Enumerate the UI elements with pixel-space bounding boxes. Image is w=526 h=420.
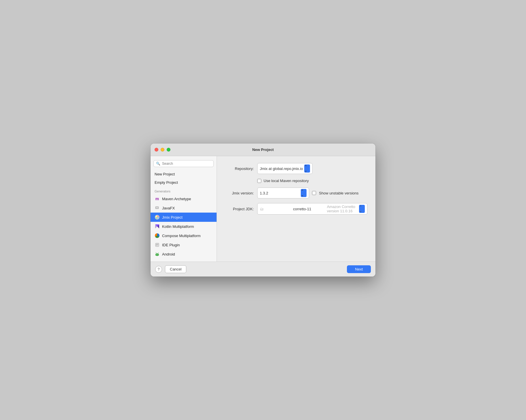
sidebar-item-empty-project-label: Empty Project — [155, 180, 178, 185]
svg-rect-10 — [156, 253, 159, 255]
window-title: New Project — [252, 147, 274, 152]
footer-left: ? Cancel — [155, 265, 186, 273]
repository-value: Jmix at global.repo.jmix.io — [260, 167, 303, 171]
sidebar-item-maven-archetype[interactable]: m Maven Archetype — [151, 194, 217, 203]
svg-rect-1 — [156, 207, 158, 208]
jmix-project-icon — [155, 215, 160, 220]
compose-icon — [155, 233, 160, 238]
sidebar-item-kotlin-label: Kotlin Multiplatform — [162, 224, 194, 229]
project-jdk-row: Project JDK: 🗂 corretto-11 Amazon Corret… — [225, 203, 367, 215]
maven-archetype-icon: m — [155, 196, 160, 201]
sidebar-item-jmix-label: Jmix Project — [162, 215, 183, 220]
svg-point-12 — [158, 254, 158, 255]
jdk-detail: Amazon Corretto version 11.0.16 — [327, 205, 358, 213]
project-jdk-label: Project JDK: — [225, 207, 254, 211]
repository-row: Repository: Jmix at global.repo.jmix.io … — [225, 163, 367, 174]
jmix-version-label: Jmix version: — [225, 191, 254, 195]
generators-section-label: Generators — [151, 187, 217, 194]
kotlin-icon — [155, 224, 160, 229]
sidebar-item-android[interactable]: Android — [151, 249, 217, 259]
jmix-version-value: 1.3.2 — [260, 191, 300, 195]
jmix-version-select[interactable]: 1.3.2 ⌃⌄ — [257, 188, 309, 198]
version-chevron-icon: ⌃⌄ — [301, 189, 307, 197]
sidebar-item-maven-label: Maven Archetype — [162, 197, 191, 201]
help-button[interactable]: ? — [155, 266, 162, 273]
minimize-button[interactable] — [161, 148, 164, 152]
sidebar-item-javafx[interactable]: JavaFX — [151, 203, 217, 213]
close-button[interactable] — [155, 148, 158, 152]
sidebar-item-compose-multiplatform[interactable]: Compose Multiplatform — [151, 231, 217, 240]
repository-dropdown-btn[interactable]: ⌃⌄ — [304, 164, 310, 173]
titlebar: New Project — [151, 143, 375, 156]
main-content: Repository: Jmix at global.repo.jmix.io … — [217, 156, 375, 262]
sidebar-item-ide-label: IDE Plugin — [162, 243, 180, 247]
show-unstable-checkbox[interactable] — [312, 191, 316, 195]
sidebar-item-new-project-label: New Project — [155, 172, 175, 176]
footer: ? Cancel Next — [151, 262, 375, 277]
svg-point-11 — [156, 254, 157, 255]
ide-plugin-icon — [155, 242, 160, 247]
repository-label: Repository: — [225, 167, 254, 171]
sidebar-item-compose-label: Compose Multiplatform — [162, 234, 201, 238]
sidebar-item-empty-project[interactable]: Empty Project — [151, 178, 217, 187]
maximize-button[interactable] — [167, 148, 170, 152]
svg-line-13 — [156, 253, 157, 253]
project-jdk-select[interactable]: 🗂 corretto-11 Amazon Corretto version 11… — [257, 203, 367, 215]
project-jdk-control-group: 🗂 corretto-11 Amazon Corretto version 11… — [257, 203, 367, 215]
svg-rect-6 — [156, 244, 158, 245]
jmix-version-control-group: 1.3.2 ⌃⌄ Show unstable versions — [257, 188, 367, 198]
use-local-maven-checkbox[interactable] — [257, 179, 261, 183]
search-icon: 🔍 — [156, 162, 160, 166]
search-box[interactable]: 🔍 — [153, 160, 214, 167]
next-button[interactable]: Next — [347, 265, 371, 273]
footer-right: Next — [347, 265, 371, 273]
jdk-folder-icon: 🗂 — [260, 207, 291, 211]
repository-control-group: Jmix at global.repo.jmix.io ⌃⌄ — [257, 163, 367, 174]
svg-rect-7 — [156, 245, 157, 245]
sidebar-item-kotlin-multiplatform[interactable]: Kotlin Multiplatform — [151, 222, 217, 231]
search-input[interactable] — [162, 162, 211, 166]
window-controls — [155, 148, 170, 152]
jmix-version-dropdown-btn[interactable]: ⌃⌄ — [301, 189, 307, 197]
use-local-maven-label: Use local Maven repository — [264, 179, 309, 183]
chevron-updown-icon: ⌃⌄ — [304, 165, 310, 172]
use-local-maven-row: Use local Maven repository — [225, 179, 367, 183]
cancel-button[interactable]: Cancel — [165, 265, 186, 273]
jdk-chevron-icon: ⌃⌄ — [359, 205, 365, 213]
svg-line-14 — [158, 253, 159, 253]
jmix-version-row: Jmix version: 1.3.2 ⌃⌄ Show unstable ver… — [225, 188, 367, 198]
window-body: 🔍 New Project Empty Project Generators m… — [151, 156, 375, 262]
sidebar-item-android-label: Android — [162, 252, 175, 256]
sidebar-item-javafx-label: JavaFX — [162, 206, 175, 210]
sidebar-item-jmix-project[interactable]: Jmix Project — [151, 213, 217, 222]
jdk-dropdown-btn[interactable]: ⌃⌄ — [359, 205, 365, 213]
new-project-window: New Project 🔍 New Project Empty Project … — [151, 143, 375, 277]
show-unstable-label: Show unstable versions — [319, 191, 358, 195]
repository-select[interactable]: Jmix at global.repo.jmix.io ⌃⌄ — [257, 163, 313, 174]
sidebar: 🔍 New Project Empty Project Generators m… — [151, 156, 217, 262]
javafx-icon — [155, 205, 160, 211]
android-icon — [155, 251, 160, 257]
jdk-value: corretto-11 — [293, 207, 324, 211]
sidebar-item-ide-plugin[interactable]: IDE Plugin — [151, 240, 217, 249]
sidebar-item-new-project[interactable]: New Project — [151, 170, 217, 178]
